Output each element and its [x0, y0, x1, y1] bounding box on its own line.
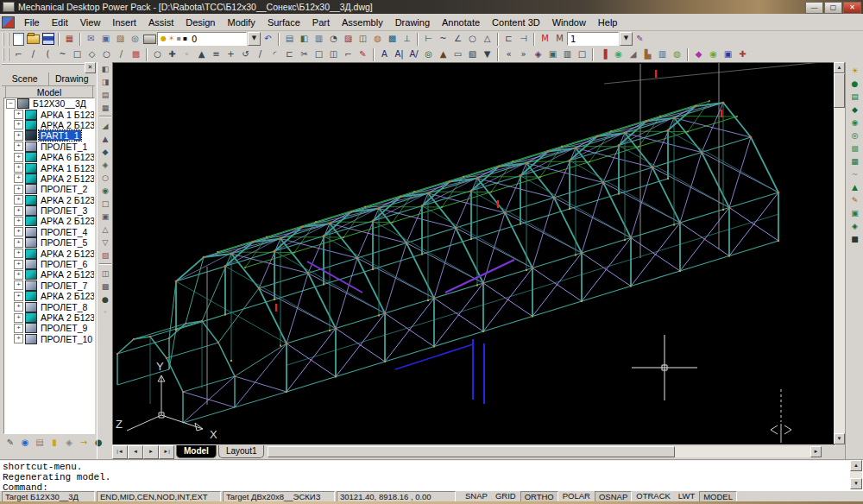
work-axis-icon[interactable]: ▩ [98, 280, 112, 293]
lengthen-icon[interactable]: ⊏ [282, 47, 297, 61]
new-file-icon[interactable] [11, 32, 26, 46]
arc-icon[interactable]: ( [41, 47, 55, 61]
split-icon[interactable]: ▽ [98, 236, 112, 249]
catalog-box-icon[interactable]: ▤ [33, 436, 47, 449]
command-window[interactable]: shortcut-menu. Regenerating model. Comma… [0, 459, 863, 490]
horizontal-scroll-thumb[interactable] [268, 446, 675, 457]
tab-prev-icon[interactable]: ◄ [128, 445, 143, 459]
text-icon[interactable]: A [377, 47, 392, 61]
layer-lock-icon[interactable]: ▪ [176, 35, 180, 42]
command-scrollbar[interactable]: ▲ ▼ [850, 460, 862, 489]
explode-icon[interactable]: ✎ [356, 47, 370, 61]
point-icon[interactable]: / [114, 47, 129, 61]
move-icon[interactable]: ✚ [165, 47, 180, 61]
toggle-polar[interactable]: POLAR [559, 491, 594, 501]
ucs-icon-button[interactable]: ⊥ [400, 32, 414, 46]
open-file-icon[interactable] [26, 32, 41, 46]
tree-item-пролет_8[interactable]: +ПРОЛЕТ_8 [4, 301, 94, 312]
tree-item-пролет_5[interactable]: +ПРОЛЕТ_5 [4, 237, 94, 248]
dim-edit-icon[interactable]: ⊏ [501, 32, 516, 46]
tree-item-пролет_2[interactable]: +ПРОЛЕТ_2 [4, 184, 94, 194]
expand-icon[interactable]: + [14, 238, 23, 248]
menu-assist[interactable]: Assist [142, 16, 180, 29]
expand-icon[interactable]: + [14, 302, 23, 312]
tree-item-label[interactable]: АРКА 2 Б1230_2 [39, 173, 95, 184]
tab-drawing[interactable]: Drawing [49, 72, 96, 85]
assembly-icon[interactable]: ◆ [691, 47, 706, 61]
tree-item-label[interactable]: АРКА 2 Б1230_1 [39, 120, 95, 130]
toggle-lwt[interactable]: LWT [675, 491, 698, 501]
revolve-tool-icon[interactable]: ◈ [98, 158, 112, 171]
3d-orbit-icon[interactable]: ◍ [370, 32, 385, 46]
tree-item-label[interactable]: Б12Х30__3Д [31, 98, 88, 109]
expand-icon[interactable]: + [14, 173, 23, 183]
pan-icon[interactable]: ◫ [356, 32, 370, 46]
menu-edit[interactable]: Edit [46, 16, 74, 29]
scroll-right-icon[interactable]: ► [810, 446, 822, 457]
scene-view-icon[interactable]: ◨ [98, 75, 112, 88]
menu-assembly[interactable]: Assembly [336, 16, 389, 29]
tree-item-арка 2 б1230_7[interactable]: +АРКА 2 Б1230_7 [4, 269, 94, 280]
options-wheel-icon[interactable]: ◉ [18, 436, 32, 449]
menu-file[interactable]: File [18, 16, 46, 29]
drawing-view-icon[interactable]: ▤ [98, 88, 112, 101]
landscape-library-icon[interactable]: ◈ [848, 219, 862, 232]
expand-icon[interactable]: + [14, 260, 23, 269]
view-next-icon[interactable]: » [516, 47, 531, 61]
drawing-viewport[interactable]: YXZ [112, 62, 835, 446]
tree-item-label[interactable]: АРКА 6 Б1230_1 [39, 152, 95, 162]
dim-radius-icon[interactable]: △ [480, 32, 494, 46]
mech-options-icon[interactable]: ▦ [62, 32, 77, 46]
scale-icon[interactable]: / [253, 47, 268, 61]
extrude-tool-icon[interactable]: ◆ [98, 145, 112, 158]
library-diamond-icon[interactable]: ◈ [62, 436, 76, 449]
table-icon[interactable]: ▭ [450, 47, 465, 61]
sketch-icon[interactable]: ◈ [531, 47, 545, 61]
trash-can-icon[interactable]: ▮ [47, 436, 61, 449]
background-icon[interactable]: ~ [848, 167, 862, 180]
tree-item-б12х30__3д[interactable]: −Б12Х30__3Д [4, 98, 94, 109]
landscape-edit-icon[interactable]: ▣ [848, 206, 862, 219]
expand-icon[interactable]: + [14, 185, 23, 194]
constraints-icon[interactable]: ▥ [560, 47, 575, 61]
fillet-3d-icon[interactable]: ◍ [670, 47, 684, 61]
menu-content-3d[interactable]: Content 3D [486, 16, 546, 29]
rotate-icon[interactable]: ↺ [238, 47, 253, 61]
expand-icon[interactable]: + [14, 324, 23, 333]
menu-view[interactable]: View [74, 16, 107, 29]
browser-icon[interactable]: ▦ [98, 101, 112, 114]
array-icon[interactable]: ≡ [209, 47, 224, 61]
expand-icon[interactable]: + [14, 217, 23, 226]
balloon-icon[interactable]: ✚ [735, 47, 750, 61]
render-stats-icon[interactable]: ■ [848, 232, 862, 245]
scroll-up-icon[interactable]: ▲ [850, 460, 862, 471]
properties-icon[interactable]: ▤ [282, 32, 297, 46]
block-icon[interactable]: ▧ [465, 47, 480, 61]
shell-icon[interactable]: ▥ [655, 47, 670, 61]
menu-modify[interactable]: Modify [221, 16, 261, 29]
update-part-icon[interactable]: ◦ [98, 306, 112, 318]
expand-icon[interactable]: + [14, 195, 23, 205]
vertical-scroll-thumb[interactable] [834, 73, 845, 108]
scroll-down-icon[interactable]: ▼ [850, 478, 862, 489]
materials-icon[interactable]: ◎ [848, 129, 862, 142]
tree-item-label[interactable]: АРКА 2 Б1230_9 [39, 312, 95, 323]
text-edit-icon[interactable]: A/ [406, 47, 421, 61]
expand-icon[interactable]: + [14, 153, 23, 162]
zoom-window-icon[interactable]: ▨ [341, 32, 356, 46]
materials-library-icon[interactable]: ▩ [848, 142, 862, 154]
tree-item-арка 2 б1230_1[interactable]: +АРКА 2 Б1230_1 [4, 120, 94, 130]
assist-arrow-icon[interactable]: → [77, 436, 91, 449]
expand-icon[interactable]: + [14, 334, 23, 343]
sweep-icon[interactable]: ◢ [626, 47, 640, 61]
tree-item-label[interactable]: АРКА 1 Б1230_1 [39, 110, 95, 120]
chamfer-icon[interactable]: ⌐ [341, 47, 356, 61]
panel-grip[interactable] [2, 63, 88, 72]
edit-pencil-icon[interactable]: ✎ [3, 436, 17, 449]
toolbar-handle[interactable] [3, 33, 9, 46]
profile-icon[interactable]: ▣ [545, 47, 560, 61]
combo-dropdown-icon[interactable]: ▼ [248, 32, 261, 46]
scroll-up-icon[interactable]: ▲ [834, 62, 845, 73]
print-preview-icon[interactable]: ◎ [128, 32, 142, 46]
tree-item-арка 2 б1230_6[interactable]: +АРКА 2 Б1230_6 [4, 248, 94, 258]
